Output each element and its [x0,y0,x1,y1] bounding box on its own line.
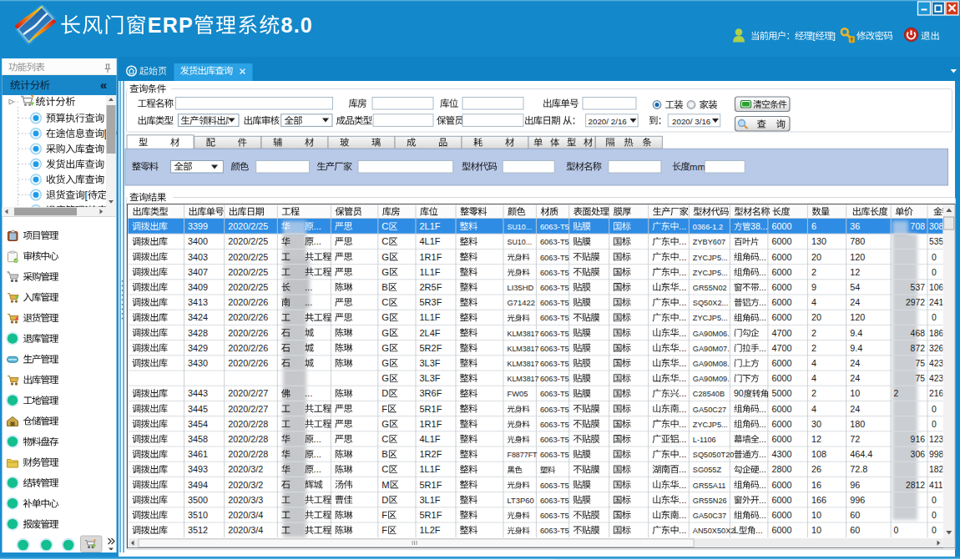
svg-text:4: 4 [811,373,816,383]
svg-text:2020/3/4: 2020/3/4 [228,525,263,535]
svg-text:...: ... [679,404,686,414]
svg-text:6063-T5: 6063-T5 [540,359,569,368]
svg-text:6063-T5: 6063-T5 [540,298,569,307]
svg-text:...: ... [679,252,686,262]
svg-text:GA90M08.: GA90M08. [693,360,730,368]
svg-text:3399: 3399 [188,221,208,231]
svg-text:4700: 4700 [771,328,791,338]
svg-text:SG055Z: SG055Z [693,466,722,474]
svg-text:«: « [100,78,107,92]
svg-text:2812: 2812 [906,481,925,490]
svg-text:3407: 3407 [188,267,208,277]
svg-text:123: 123 [929,435,944,444]
svg-text:KLM3817: KLM3817 [508,330,539,338]
svg-text:3493: 3493 [188,464,208,474]
svg-text:2020/3/4: 2020/3/4 [228,510,263,520]
svg-text:24: 24 [850,404,860,414]
svg-text:2020/2/27: 2020/2/27 [228,404,268,414]
svg-text:3413: 3413 [188,297,208,307]
svg-text:mm: mm [690,162,705,172]
svg-text:75: 75 [915,374,925,383]
svg-text:D: D [381,495,388,505]
svg-text:2: 2 [894,389,899,398]
svg-text:6000: 6000 [771,525,791,535]
svg-text:16: 16 [811,480,821,490]
svg-text:SQ5050T20: SQ5050T20 [693,451,735,459]
svg-text:6000: 6000 [771,221,791,231]
svg-text:...: ... [314,449,321,459]
svg-text:G: G [381,358,389,368]
svg-text:6000: 6000 [771,434,791,444]
svg-text:M: M [381,480,389,490]
svg-text:GR55N02: GR55N02 [693,284,727,292]
svg-text:6063-T5: 6063-T5 [540,450,569,459]
svg-text:C: C [381,464,388,474]
svg-text:6000: 6000 [771,312,791,322]
svg-text:...: ... [679,434,686,444]
svg-text:2020/2/28: 2020/2/28 [228,434,268,444]
svg-text:0: 0 [932,420,937,429]
svg-text:36: 36 [850,221,860,231]
svg-text:2020/3/2: 2020/3/2 [228,464,263,474]
svg-text:106: 106 [929,283,944,292]
svg-text:2020/3/2: 2020/3/2 [228,480,263,490]
svg-text:ZYCJP5...: ZYCJP5... [693,421,728,429]
svg-text:75: 75 [915,359,925,368]
svg-text:6000: 6000 [771,282,791,292]
svg-text:2020/2/26: 2020/2/26 [228,312,268,322]
svg-text:464.4: 464.4 [850,449,872,459]
svg-text:2L1F: 2L1F [420,221,441,231]
svg-text:...: ... [759,419,766,429]
svg-text:G: G [381,419,389,429]
svg-text:998: 998 [929,450,944,459]
svg-text:2L4F: 2L4F [420,328,441,338]
svg-text:4: 4 [811,297,816,307]
svg-text:10: 10 [811,510,821,520]
svg-text:...: ... [759,480,766,490]
svg-text:4: 4 [811,404,816,414]
svg-text:308: 308 [929,222,944,231]
svg-text:GA50C37: GA50C37 [693,512,726,520]
svg-text:6063-T5: 6063-T5 [540,237,569,246]
svg-text:30: 30 [811,419,821,429]
svg-text:60: 60 [850,525,860,535]
svg-text:24: 24 [850,373,860,383]
svg-text:...: ... [679,282,686,292]
svg-text:3400: 3400 [188,236,208,246]
svg-text:6063-T5: 6063-T5 [540,253,569,262]
svg-text:C: C [381,236,388,246]
svg-text:GA90M06.: GA90M06. [693,330,730,338]
svg-text:F: F [381,510,387,520]
svg-text:6063-T5: 6063-T5 [540,435,569,444]
svg-text:ZYBY607: ZYBY607 [693,238,725,246]
svg-text:72.8: 72.8 [850,464,867,474]
svg-text:1R2F: 1R2F [420,449,442,459]
svg-text:3500: 3500 [188,495,208,505]
svg-text:186: 186 [929,329,944,338]
svg-text:3512: 3512 [188,525,208,535]
svg-text:9: 9 [811,282,816,292]
svg-text:411: 411 [929,481,943,490]
svg-text:]: ] [833,31,836,41]
svg-text:1L1F: 1L1F [420,267,441,277]
svg-text:B: B [381,282,387,292]
svg-text:2: 2 [811,343,816,353]
svg-text:2020/3/3: 2020/3/3 [228,495,263,505]
svg-text:...: ... [679,464,686,474]
svg-text:468: 468 [911,329,926,338]
svg-text:SQ50X2...: SQ50X2... [693,299,728,307]
svg-text:6063-T5: 6063-T5 [540,268,569,277]
svg-text:G71422: G71422 [508,298,535,307]
svg-text:3461: 3461 [188,449,208,459]
svg-text:2020/2/25: 2020/2/25 [228,252,268,262]
svg-text:4300: 4300 [771,449,791,459]
svg-text:...: ... [679,267,686,277]
svg-text:G: G [381,267,389,277]
svg-text:3403: 3403 [188,252,208,262]
svg-text:20: 20 [811,252,821,262]
svg-text:2020/2/25: 2020/2/25 [228,221,268,231]
svg-text:6000: 6000 [771,358,791,368]
svg-text:3445: 3445 [188,404,208,414]
svg-text:...: ... [679,373,686,383]
svg-text:0: 0 [932,313,937,322]
